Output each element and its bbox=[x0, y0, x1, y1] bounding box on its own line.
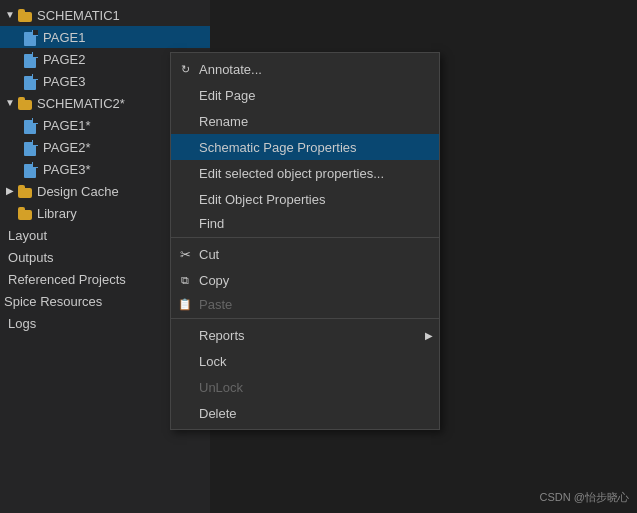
menu-item-rename[interactable]: Rename bbox=[171, 108, 439, 134]
annotate-label: Annotate... bbox=[199, 62, 262, 77]
sidebar-item-page1[interactable]: PAGE1 bbox=[0, 26, 210, 48]
menu-item-edit-page[interactable]: Edit Page bbox=[171, 82, 439, 108]
schematic2-label: SCHEMATIC2* bbox=[37, 96, 125, 111]
page2-label: PAGE2 bbox=[43, 52, 85, 67]
layout-label: Layout bbox=[4, 228, 47, 243]
page1-label: PAGE1 bbox=[43, 30, 85, 45]
menu-item-copy[interactable]: ⧉ Copy bbox=[171, 267, 439, 293]
spice-label: Spice Resources bbox=[4, 294, 102, 309]
page-icon-page3 bbox=[24, 74, 40, 90]
lock-label: Lock bbox=[199, 354, 226, 369]
unlock-label: UnLock bbox=[199, 380, 243, 395]
folder-icon-design-cache bbox=[18, 184, 34, 200]
page1s2-label: PAGE1* bbox=[43, 118, 90, 133]
ref-projects-label: Referenced Projects bbox=[4, 272, 126, 287]
folder-icon-schematic2 bbox=[18, 96, 34, 112]
copy-icon: ⧉ bbox=[177, 272, 193, 288]
watermark-text: CSDN @怡步晓心 bbox=[540, 491, 629, 503]
scissors-icon: ✂ bbox=[177, 246, 193, 262]
page3s2-label: PAGE3* bbox=[43, 162, 90, 177]
library-label: Library bbox=[37, 206, 77, 221]
edit-object-props-label: Edit Object Properties bbox=[199, 192, 325, 207]
menu-item-paste[interactable]: 📋 Paste bbox=[171, 293, 439, 319]
find-label: Find bbox=[199, 216, 224, 231]
cut-label: Cut bbox=[199, 247, 219, 262]
folder-icon-library bbox=[18, 206, 34, 222]
edit-selected-props-label: Edit selected object properties... bbox=[199, 166, 384, 181]
page-icon-page1s2 bbox=[24, 118, 40, 134]
menu-item-find[interactable]: Find bbox=[171, 212, 439, 238]
folder-icon-schematic1 bbox=[18, 8, 34, 24]
delete-label: Delete bbox=[199, 406, 237, 421]
expand-arrow-schematic2: ▼ bbox=[4, 97, 16, 109]
context-menu: ↻ Annotate... Edit Page Rename Schematic… bbox=[170, 52, 440, 430]
watermark: CSDN @怡步晓心 bbox=[540, 490, 629, 505]
copy-label: Copy bbox=[199, 273, 229, 288]
menu-item-lock[interactable]: Lock bbox=[171, 348, 439, 374]
paste-icon: 📋 bbox=[177, 296, 193, 312]
sidebar-item-schematic1[interactable]: ▼ SCHEMATIC1 bbox=[0, 4, 210, 26]
schematic1-label: SCHEMATIC1 bbox=[37, 8, 120, 23]
menu-item-cut[interactable]: ✂ Cut bbox=[171, 241, 439, 267]
menu-item-annotate[interactable]: ↻ Annotate... bbox=[171, 56, 439, 82]
page-icon-page3s2 bbox=[24, 162, 40, 178]
edit-page-label: Edit Page bbox=[199, 88, 255, 103]
page-icon-page1 bbox=[24, 30, 40, 46]
design-cache-label: Design Cache bbox=[37, 184, 119, 199]
refresh-icon: ↻ bbox=[177, 61, 193, 77]
menu-item-schematic-page-props[interactable]: Schematic Page Properties bbox=[171, 134, 439, 160]
page-icon-page2 bbox=[24, 52, 40, 68]
page3-label: PAGE3 bbox=[43, 74, 85, 89]
expand-arrow-schematic1: ▼ bbox=[4, 9, 16, 21]
menu-item-reports[interactable]: Reports ▶ bbox=[171, 322, 439, 348]
menu-item-edit-object-props[interactable]: Edit Object Properties bbox=[171, 186, 439, 212]
schematic-page-props-label: Schematic Page Properties bbox=[199, 140, 357, 155]
reports-arrow-icon: ▶ bbox=[425, 330, 433, 341]
reports-label: Reports bbox=[199, 328, 245, 343]
page2s2-label: PAGE2* bbox=[43, 140, 90, 155]
menu-item-delete[interactable]: Delete bbox=[171, 400, 439, 426]
rename-label: Rename bbox=[199, 114, 248, 129]
menu-item-edit-selected-props[interactable]: Edit selected object properties... bbox=[171, 160, 439, 186]
outputs-label: Outputs bbox=[4, 250, 54, 265]
page-icon-page2s2 bbox=[24, 140, 40, 156]
paste-label: Paste bbox=[199, 297, 232, 312]
logs-label: Logs bbox=[4, 316, 36, 331]
expand-arrow-design-cache: ▶ bbox=[4, 185, 16, 197]
menu-item-unlock[interactable]: UnLock bbox=[171, 374, 439, 400]
